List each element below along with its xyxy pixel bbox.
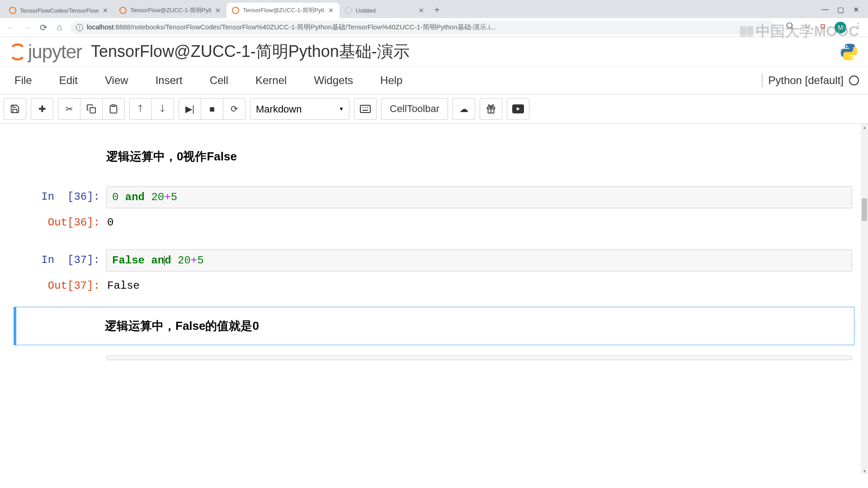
- python-logo-icon: [839, 42, 859, 62]
- restart-button[interactable]: ⟳: [223, 98, 245, 120]
- save-button[interactable]: [4, 98, 26, 120]
- menu-cell[interactable]: Cell: [204, 70, 234, 90]
- new-tab-button[interactable]: +: [430, 2, 444, 18]
- in-prompt: [16, 356, 106, 360]
- code-cell-37[interactable]: In [37]: False and 20+5 Out[37]: False: [14, 244, 854, 302]
- tab-title-0: TensorFlowCodes/TensorFlow: [20, 7, 99, 14]
- toolbar: ✚ ✂ 🡑 🡓 ▶| ■ ⟳ Markdown CellToolbar ☁: [0, 94, 868, 124]
- menu-file[interactable]: File: [9, 70, 38, 90]
- cloud-upload-button[interactable]: ☁: [453, 98, 475, 120]
- code-input[interactable]: False and 20+5: [106, 249, 852, 272]
- tab-title-3: Untitled: [356, 7, 415, 14]
- markdown-cell[interactable]: 逻辑运算中，0视作False: [14, 137, 854, 176]
- blank-favicon: [345, 7, 352, 14]
- notebook-content[interactable]: ▴ ▾ 逻辑运算中，0视作False In [36]: 0 and 20+5 O…: [0, 124, 868, 474]
- kernel-indicator-icon[interactable]: [849, 75, 859, 85]
- jupyter-logo[interactable]: jupyter: [9, 41, 82, 63]
- scrollbar[interactable]: ▴ ▾: [861, 124, 868, 474]
- watermark: 中国大学MOOC: [740, 22, 859, 42]
- output-text: False: [106, 275, 852, 296]
- notebook-title[interactable]: TensorFlow@ZUCC-1-简明Python基础-演示: [91, 41, 410, 63]
- close-window-icon[interactable]: ✕: [853, 6, 859, 13]
- menu-bar: File Edit View Insert Cell Kernel Widget…: [0, 66, 868, 94]
- markdown-heading: 逻辑运算中，False的值就是0: [16, 309, 852, 343]
- move-down-button[interactable]: 🡓: [151, 98, 174, 120]
- cut-button[interactable]: ✂: [58, 98, 80, 120]
- menu-edit[interactable]: Edit: [54, 70, 83, 90]
- browser-tab-1[interactable]: TensorFlow@ZUCC-1-简明Pytl ✕: [114, 3, 226, 18]
- code-cell-next[interactable]: [14, 350, 854, 366]
- menu-widgets[interactable]: Widgets: [308, 70, 359, 90]
- scrollbar-thumb[interactable]: [862, 198, 867, 221]
- browser-tab-0[interactable]: TensorFlowCodes/TensorFlow ✕: [4, 3, 114, 18]
- tab-title-2: TensorFlow@ZUCC-1-简明Pytl: [243, 6, 324, 14]
- menu-kernel[interactable]: Kernel: [250, 70, 292, 90]
- celltoolbar-button[interactable]: CellToolbar: [381, 98, 448, 120]
- tab-close-icon[interactable]: ✕: [418, 7, 425, 14]
- interrupt-button[interactable]: ■: [201, 98, 223, 120]
- jupyter-header: jupyter TensorFlow@ZUCC-1-简明Python基础-演示: [0, 37, 868, 66]
- tab-title-1: TensorFlow@ZUCC-1-简明Pytl: [130, 6, 211, 14]
- kernel-name[interactable]: Python [default]: [768, 74, 844, 87]
- jupyter-favicon: [232, 7, 239, 14]
- in-prompt: In [36]:: [16, 186, 106, 203]
- url-bar[interactable]: i localhost:8888/notebooks/TensorFlowCod…: [71, 21, 776, 34]
- jupyter-favicon: [9, 7, 16, 14]
- scroll-down-icon[interactable]: ▾: [862, 468, 867, 474]
- mooc-logo-icon: [740, 26, 753, 37]
- window-controls: — ▢ ✕: [816, 6, 864, 18]
- back-button[interactable]: ←: [5, 22, 16, 33]
- code-input[interactable]: 0 and 20+5: [106, 186, 852, 208]
- minimize-icon[interactable]: —: [822, 6, 828, 13]
- menu-insert[interactable]: Insert: [150, 70, 188, 90]
- gift-button[interactable]: [480, 98, 502, 120]
- output-text: 0: [106, 212, 852, 233]
- jupyter-logo-text: jupyter: [28, 41, 82, 63]
- browser-tab-bar: TensorFlowCodes/TensorFlow ✕ TensorFlow@…: [0, 0, 868, 18]
- tab-close-icon[interactable]: ✕: [328, 7, 334, 14]
- command-palette-button[interactable]: [354, 98, 377, 120]
- out-prompt: Out[36]:: [16, 212, 106, 229]
- code-cell-36[interactable]: In [36]: 0 and 20+5 Out[36]: 0: [14, 180, 854, 239]
- copy-button[interactable]: [80, 98, 103, 120]
- svg-rect-4: [90, 108, 95, 113]
- forward-button[interactable]: →: [22, 22, 33, 33]
- scroll-up-icon[interactable]: ▴: [862, 124, 867, 130]
- paste-button[interactable]: [102, 98, 125, 120]
- maximize-icon[interactable]: ▢: [837, 6, 844, 13]
- tab-close-icon[interactable]: ✕: [215, 7, 221, 14]
- out-prompt: Out[37]:: [16, 275, 106, 292]
- jupyter-logo-icon: [9, 43, 26, 61]
- move-up-button[interactable]: 🡑: [129, 98, 152, 120]
- home-button[interactable]: ⌂: [54, 22, 65, 33]
- code-input[interactable]: [106, 356, 852, 360]
- browser-tab-2[interactable]: TensorFlow@ZUCC-1-简明Pytl ✕: [226, 3, 339, 18]
- markdown-cell-selected[interactable]: 逻辑运算中，False的值就是0: [14, 307, 854, 345]
- browser-tab-3[interactable]: Untitled ✕: [340, 3, 430, 18]
- separator: [762, 74, 763, 87]
- svg-rect-5: [112, 105, 115, 107]
- address-bar: ← → ⟳ ⌂ i localhost:8888/notebooks/Tenso…: [0, 18, 868, 37]
- tab-close-icon[interactable]: ✕: [102, 7, 108, 14]
- run-button[interactable]: ▶|: [179, 98, 201, 120]
- in-prompt: In [37]:: [16, 249, 106, 266]
- url-text: localhost:8888/notebooks/TensorFlowCodes…: [87, 23, 496, 32]
- menu-view[interactable]: View: [99, 70, 134, 90]
- reload-button[interactable]: ⟳: [38, 22, 49, 33]
- svg-rect-6: [360, 105, 370, 113]
- svg-point-2: [846, 45, 848, 47]
- menu-help[interactable]: Help: [375, 70, 408, 90]
- cell-type-select[interactable]: Markdown: [250, 98, 349, 120]
- svg-point-3: [851, 57, 853, 59]
- video-button[interactable]: [507, 98, 529, 120]
- jupyter-favicon: [119, 7, 127, 14]
- add-cell-button[interactable]: ✚: [31, 98, 53, 120]
- site-info-icon[interactable]: i: [76, 24, 83, 31]
- markdown-heading: 逻辑运算中，0视作False: [16, 140, 852, 174]
